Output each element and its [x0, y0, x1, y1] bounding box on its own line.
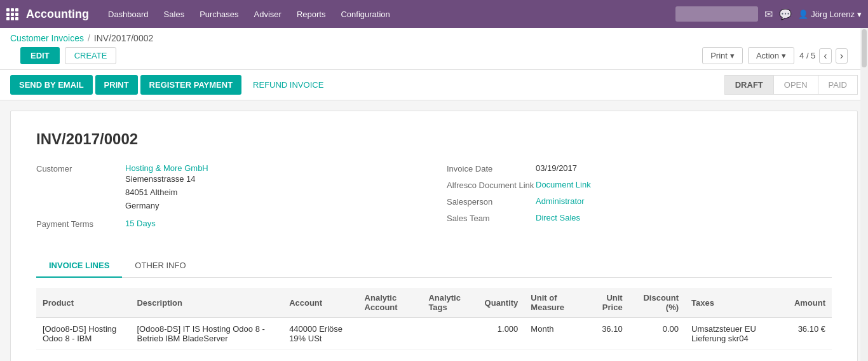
row-analytic-tags[interactable]: [422, 318, 478, 350]
status-badge-draft[interactable]: DRAFT: [724, 75, 774, 95]
nav-configuration[interactable]: Configuration: [334, 7, 396, 22]
invoice-tabs: INVOICE LINES OTHER INFO: [36, 254, 832, 278]
register-payment-button[interactable]: REGISTER PAYMENT: [140, 75, 241, 95]
tab-invoice-lines[interactable]: INVOICE LINES: [36, 254, 122, 278]
main-nav: Dashboard Sales Purchases Adviser Report…: [102, 7, 397, 22]
customer-address: Siemensstrasse 14 84051 Altheim Germany: [125, 173, 208, 212]
address-line2: 84051 Altheim: [125, 186, 208, 200]
nav-reports[interactable]: Reports: [290, 7, 332, 22]
user-name: Jörg Lorenz: [811, 10, 855, 19]
invoice-action-bar: SEND BY EMAIL PRINT REGISTER PAYMENT REF…: [0, 70, 868, 100]
payment-terms-value[interactable]: 15 Days: [125, 219, 156, 228]
row-unit-price[interactable]: 36.10: [586, 318, 629, 350]
status-badge-open[interactable]: OPEN: [774, 75, 818, 95]
next-page-button[interactable]: ›: [836, 48, 848, 64]
salesperson-field: Salesperson Administrator: [447, 196, 832, 207]
app-grid-icon[interactable]: [6, 8, 18, 20]
customer-name[interactable]: Hosting & More GmbH: [125, 163, 208, 173]
user-avatar-icon: 👤: [798, 10, 808, 19]
col-taxes: Taxes: [685, 288, 788, 318]
row-taxes[interactable]: Umsatzsteuer EU Lieferung skr04: [685, 318, 788, 350]
invoice-left-col: Customer Hosting & More GmbH Siemensstra…: [36, 163, 421, 235]
invoice-date-label: Invoice Date: [447, 163, 536, 174]
nav-sales[interactable]: Sales: [158, 7, 191, 22]
send-email-button[interactable]: SEND BY EMAIL: [10, 75, 93, 95]
chat-icon[interactable]: 💬: [779, 8, 792, 20]
breadcrumb-parent[interactable]: Customer Invoices: [10, 33, 84, 43]
nav-dashboard[interactable]: Dashboard: [102, 7, 155, 22]
tab-other-info[interactable]: OTHER INFO: [122, 254, 198, 278]
salesperson-label: Salesperson: [447, 196, 536, 207]
invoice-header-grid: Customer Hosting & More GmbH Siemensstra…: [36, 163, 832, 235]
alfresco-doc-label: Alfresco Document Link: [447, 180, 536, 190]
global-search-input[interactable]: [675, 6, 758, 22]
table-row: [Odoo8-DS] Hosting Odoo 8 - IBM [Odoo8-D…: [36, 318, 832, 350]
salesperson-value[interactable]: Administrator: [536, 196, 585, 206]
row-account[interactable]: 440000 Erlöse 19% USt: [283, 318, 358, 350]
invoice-card: INV/2017/0002 Customer Hosting & More Gm…: [10, 111, 858, 361]
row-unit-of-measure[interactable]: Month: [524, 318, 586, 350]
customer-label: Customer: [36, 163, 125, 174]
refund-invoice-button[interactable]: REFUND INVOICE: [244, 75, 332, 95]
col-quantity: Quantity: [478, 288, 525, 318]
app-name: Accounting: [26, 8, 89, 21]
sales-team-value[interactable]: Direct Sales: [536, 213, 580, 222]
user-menu-arrow: ▾: [857, 10, 862, 19]
breadcrumb-action-area: Customer Invoices / INV/2017/0002 EDIT C…: [0, 28, 868, 70]
action-dropdown[interactable]: Action ▾: [748, 47, 794, 64]
row-analytic-account[interactable]: [358, 318, 423, 350]
print-button[interactable]: PRINT: [95, 75, 138, 95]
invoice-date-value: 03/19/2017: [536, 163, 577, 173]
action-arrow-icon: ▾: [782, 51, 786, 60]
col-analytic-account: Analytic Account: [358, 288, 423, 318]
payment-terms-field: Payment Terms 15 Days: [36, 219, 421, 229]
col-account: Account: [283, 288, 358, 318]
breadcrumb: Customer Invoices / INV/2017/0002: [10, 33, 858, 43]
alfresco-doc-field: Alfresco Document Link Document Link: [447, 180, 832, 190]
col-unit-of-measure: Unit of Measure: [524, 288, 586, 318]
invoice-right-col: Invoice Date 03/19/2017 Alfresco Documen…: [447, 163, 832, 235]
top-right-icons: ✉ 💬 👤 Jörg Lorenz ▾: [675, 6, 862, 22]
action-label: Action: [756, 51, 779, 60]
row-amount[interactable]: 36.10 €: [788, 318, 832, 350]
action-bar: EDIT CREATE Print ▾ Action ▾ 4 / 5 ‹ ›: [10, 47, 858, 69]
status-badge-paid[interactable]: PAID: [818, 75, 858, 95]
print-arrow-icon: ▾: [730, 51, 735, 60]
col-product: Product: [36, 288, 130, 318]
at-icon[interactable]: ✉: [764, 8, 773, 20]
scrollbar[interactable]: [860, 28, 868, 361]
col-amount: Amount: [788, 288, 832, 318]
customer-field: Customer Hosting & More GmbH Siemensstra…: [36, 163, 421, 212]
customer-value: Hosting & More GmbH Siemensstrasse 14 84…: [125, 163, 208, 212]
invoice-date-field: Invoice Date 03/19/2017: [447, 163, 832, 174]
prev-page-button[interactable]: ‹: [819, 48, 831, 64]
pagination: 4 / 5 ‹ ›: [799, 48, 848, 64]
nav-purchases[interactable]: Purchases: [193, 7, 245, 22]
row-product[interactable]: [Odoo8-DS] Hosting Odoo 8 - IBM: [36, 318, 130, 350]
print-dropdown[interactable]: Print ▾: [702, 47, 743, 64]
col-description: Description: [130, 288, 283, 318]
row-quantity[interactable]: 1.000: [478, 318, 525, 350]
top-navigation: Accounting Dashboard Sales Purchases Adv…: [0, 0, 868, 28]
create-button[interactable]: CREATE: [65, 47, 117, 64]
scrollbar-thumb[interactable]: [862, 29, 867, 67]
edit-button[interactable]: EDIT: [20, 47, 60, 64]
row-description[interactable]: [Odoo8-DS] IT IS Hosting Odoo 8 - Betrie…: [130, 318, 283, 350]
col-unit-price: Unit Price: [586, 288, 629, 318]
print-label: Print: [710, 51, 728, 60]
main-content: INV/2017/0002 Customer Hosting & More Gm…: [0, 100, 868, 361]
alfresco-doc-value[interactable]: Document Link: [536, 180, 591, 189]
user-menu[interactable]: 👤 Jörg Lorenz ▾: [798, 10, 862, 19]
payment-terms-label: Payment Terms: [36, 219, 125, 229]
invoice-lines-table: Product Description Account Analytic Acc…: [36, 288, 832, 350]
status-badges: DRAFT OPEN PAID: [724, 75, 858, 95]
pagination-count: 4 / 5: [799, 51, 815, 60]
col-analytic-tags: Analytic Tags: [422, 288, 478, 318]
sales-team-label: Sales Team: [447, 213, 536, 223]
table-header-row: Product Description Account Analytic Acc…: [36, 288, 832, 318]
breadcrumb-current: INV/2017/0002: [94, 33, 153, 43]
nav-adviser[interactable]: Adviser: [248, 7, 288, 22]
address-line1: Siemensstrasse 14: [125, 173, 208, 186]
row-discount[interactable]: 0.00: [629, 318, 685, 350]
invoice-number-title: INV/2017/0002: [36, 130, 832, 148]
